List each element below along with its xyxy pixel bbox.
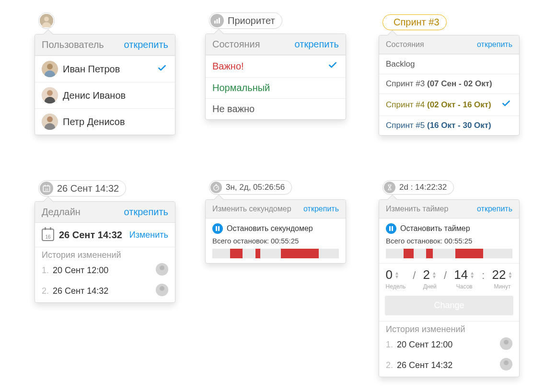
duration-label: Часов <box>454 283 475 290</box>
duration-value: 2 <box>423 267 430 282</box>
user-row[interactable]: Денис Иванов <box>35 82 175 108</box>
popup-header: Дедлайн открепить <box>35 202 175 223</box>
svg-point-7 <box>47 90 53 96</box>
total-stops: Всего остановок: 00:55:25 <box>212 237 339 245</box>
unpin-link[interactable]: открепить <box>295 39 339 50</box>
bar-segment-stop <box>255 249 261 258</box>
change-link[interactable]: Изменить <box>129 230 168 240</box>
priority-pill[interactable]: Приоритет <box>209 12 282 29</box>
bar-segment-run <box>212 249 230 258</box>
deadline-date: 26 Сент 14:32 <box>59 230 125 241</box>
bar-segment-run <box>386 249 404 258</box>
unpin-link[interactable]: открепить <box>477 205 512 213</box>
user-name: Денис Иванов <box>63 90 126 101</box>
svg-rect-24 <box>216 184 217 185</box>
pause-icon <box>386 223 396 234</box>
sprint-pill[interactable]: Спринт #3 <box>382 14 447 30</box>
history-text: 26 Сент 14:32 <box>397 360 452 370</box>
change-button[interactable]: Change <box>385 296 513 315</box>
bar-segment-run <box>433 249 456 258</box>
svg-rect-13 <box>217 19 218 23</box>
timer-popup: Изменить таймер открепить Остановить тай… <box>379 199 520 377</box>
duration-value: 14 <box>454 267 468 282</box>
stepper-arrows-icon[interactable]: ▲▼ <box>470 271 475 279</box>
history-number: 2. <box>386 360 393 370</box>
pill-label: Приоритет <box>228 15 275 26</box>
svg-rect-17 <box>47 185 48 187</box>
sprint-item[interactable]: Backlog <box>379 54 519 74</box>
priority-item[interactable]: Важно! <box>206 55 346 77</box>
avatar-icon <box>42 61 58 77</box>
bar-segment-stop <box>281 249 319 258</box>
pause-icon <box>212 223 223 234</box>
duration-unit[interactable]: 14▲▼Часов <box>454 267 475 290</box>
stops-bar <box>386 249 512 258</box>
timer-body: Остановить таймер Всего остановок: 00:55… <box>379 219 519 263</box>
stop-button[interactable]: Остановить таймер <box>386 223 512 234</box>
deadline-popup: Дедлайн открепить 16 26 Сент 14:32 Измен… <box>35 201 175 303</box>
unpin-link[interactable]: открепить <box>124 207 168 218</box>
unpin-link[interactable]: открепить <box>477 40 512 49</box>
stops-bar <box>212 249 339 258</box>
popup-title: Состояния <box>386 40 424 49</box>
priority-item[interactable]: Не важно <box>206 98 346 119</box>
popup-title: Изменить таймер <box>386 205 448 213</box>
history-text: 20 Сент 12:00 <box>397 340 452 350</box>
bar-chart-icon <box>210 14 224 27</box>
stop-button[interactable]: Остановить секундомер <box>212 223 339 234</box>
history-number: 1. <box>42 265 49 276</box>
stepper-arrows-icon[interactable]: ▲▼ <box>394 271 399 279</box>
stopwatch-pill[interactable]: 3н, 2д, 05:26:56 <box>209 180 292 195</box>
duration-label: Минут <box>492 283 513 290</box>
user-row[interactable]: Иван Петров <box>35 56 175 82</box>
stepper-arrows-icon[interactable]: ▲▼ <box>508 271 513 279</box>
history-row: 2. 26 Сент 14:32 <box>379 356 519 377</box>
duration-separator: : <box>482 269 485 288</box>
duration-unit[interactable]: 0▲▼Недель <box>386 267 406 290</box>
deadline-pill[interactable]: 16 26 Сент 14:32 <box>38 180 126 196</box>
stopwatch-body: Остановить секундомер Всего остановок: 0… <box>206 219 346 263</box>
duration-picker: 0▲▼Недель/2▲▼Дней/14▲▼Часов:22▲▼Минут <box>379 263 519 292</box>
popup-title: Изменить секундомер <box>212 205 291 213</box>
calendar-icon: 16 <box>42 229 54 241</box>
stepper-arrows-icon[interactable]: ▲▼ <box>432 271 437 279</box>
priority-popup: Состояния открепить Важно! Нормальный Не… <box>205 34 346 120</box>
sprint-item[interactable]: Спринт #5 (16 Окт - 30 Окт) <box>379 115 519 135</box>
user-pill[interactable] <box>38 12 55 29</box>
stopwatch-icon <box>210 182 222 193</box>
sprint-item[interactable]: Спринт #4 (02 Окт - 16 Окт) <box>379 93 519 115</box>
svg-point-4 <box>47 64 53 69</box>
hourglass-icon <box>384 182 395 193</box>
pill-label: Спринт #3 <box>390 17 440 28</box>
bar-segment-stop <box>426 249 432 258</box>
svg-rect-16 <box>45 185 46 187</box>
popup-title: Состояния <box>212 39 260 50</box>
bar-segment-stop <box>230 249 243 258</box>
duration-unit[interactable]: 2▲▼Дней <box>423 267 437 290</box>
bar-segment-run <box>243 249 255 258</box>
priority-item[interactable]: Нормальный <box>206 77 346 98</box>
bar-segment-stop <box>404 249 414 258</box>
timer-pill[interactable]: 2d : 14:22:32 <box>382 180 454 195</box>
duration-unit[interactable]: 22▲▼Минут <box>492 267 513 290</box>
sprint-label: Спринт #4 (02 Окт - 16 Окт) <box>386 100 491 110</box>
user-row[interactable]: Петр Денисов <box>35 108 175 135</box>
popup-header: Состояния открепить <box>379 35 519 54</box>
history-title: История изменений <box>379 321 519 335</box>
avatar-icon <box>42 114 58 130</box>
popup-header: Пользователь открепить <box>35 35 175 56</box>
svg-point-28 <box>504 360 509 365</box>
unpin-link[interactable]: открепить <box>303 205 339 213</box>
svg-point-22 <box>160 286 164 291</box>
popup-title: Пользователь <box>42 39 104 50</box>
history-number: 1. <box>386 340 393 350</box>
duration-separator: / <box>444 269 447 288</box>
sprint-label: Спринт #5 (16 Окт - 30 Окт) <box>386 121 491 130</box>
avatar-icon <box>500 358 512 373</box>
sprint-item[interactable]: Спринт #3 (07 Сен - 02 Окт) <box>379 74 519 93</box>
history-row: 1. 20 Сент 12:00 <box>379 335 519 356</box>
duration-value: 0 <box>386 267 393 282</box>
avatar-icon <box>40 14 53 27</box>
unpin-link[interactable]: открепить <box>124 39 168 50</box>
pill-label: 26 Сент 14:32 <box>57 183 119 194</box>
